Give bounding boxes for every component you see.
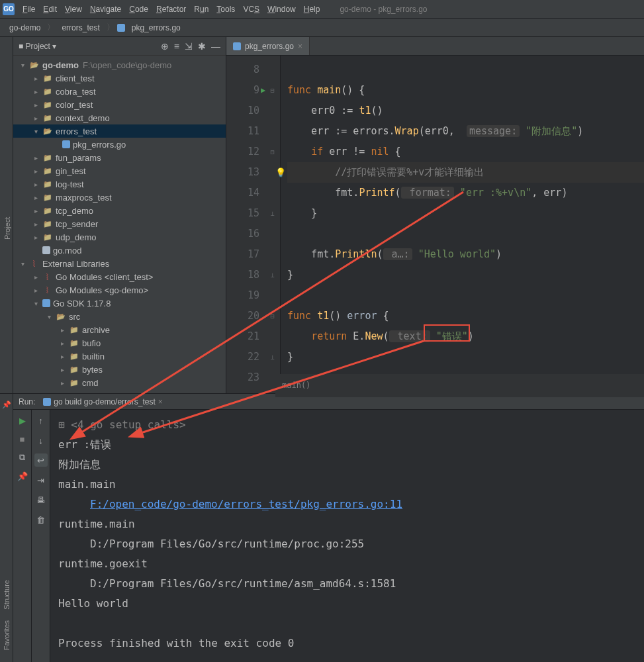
tree-sdk-folder[interactable]: ▸archive [13,323,226,336]
settings-icon[interactable]: ✱ [198,41,206,52]
close-tab-icon[interactable]: × [298,42,302,51]
scroll-icon[interactable]: ⇥ [34,473,48,487]
tree-folder[interactable]: ▸tcp_sender [13,217,226,230]
run-label: Run: [19,397,35,406]
crumb-folder[interactable]: errors_test [58,22,103,34]
structure-tool-button[interactable]: Structure [1,575,12,615]
expand-icon[interactable]: ≡ [174,41,179,52]
print-icon[interactable]: 🖶 [34,493,48,506]
console-line: Hello world [58,594,636,614]
project-title[interactable]: ■ Project ▾ [19,42,56,51]
code-editor[interactable]: 8 9▶ 101112 131415 161718 192021 2223 ⊟ … [226,56,644,393]
tree-folder[interactable]: ▸client_test [13,71,226,85]
menu-tools[interactable]: Tools [216,5,235,14]
console-line: D:/Program Files/Go/src/runtime/proc.go:… [58,534,636,554]
tree-ext-lib[interactable]: ▸Go Modules <go-demo> [13,283,226,297]
hide-icon[interactable]: — [211,41,220,52]
menu-vcs[interactable]: VCS [243,5,259,14]
tree-folder[interactable]: ▸udp_demo [13,230,226,244]
menu-edit[interactable]: Edit [43,5,57,14]
tree-folder-errors[interactable]: ▾errors_test [13,124,226,138]
favorites-tool-button[interactable]: Favorites [1,615,12,655]
breadcrumb: go-demo 〉 errors_test 〉 pkg_errors.go [0,19,644,37]
menu-run[interactable]: Run [194,5,208,14]
code-content[interactable]: func main() { err0 := t1() err := errors… [281,56,644,393]
tree-folder[interactable]: ▸tcp_demo [13,204,226,217]
console-line: main.main [58,475,636,495]
crumb-file[interactable]: pkg_errors.go [128,22,185,34]
tree-ext-lib[interactable]: ▸Go Modules <client_test> [13,270,226,283]
menu-file[interactable]: File [23,5,35,14]
tree-go-sdk[interactable]: ▾Go SDK 1.17.8 [13,297,226,310]
console-line: runtime.goexit [58,554,636,574]
left-stripe: Project [0,37,13,393]
tree-root[interactable]: ▾ go-demo F:\open_code\go-demo [13,58,226,71]
project-panel-header: ■ Project ▾ ⊕ ≡ ⇲ ✱ — [13,37,226,56]
menu-bar: File Edit View Navigate Code Refactor Ru… [23,5,320,14]
console-exit: Process finished with the exit code 0 [58,634,636,653]
intention-bulb-icon[interactable]: 💡 [275,162,286,183]
project-panel: ■ Project ▾ ⊕ ≡ ⇲ ✱ — ▾ go-demo F:\open_… [13,37,226,393]
left-stripe-bottom: 📌 Structure Favorites [0,394,13,662]
fold-gutter: ⊟ ⊟⊥ ⊥ ⊟⊥ [265,56,281,393]
console-output[interactable]: ⊞ <4 go setup calls> err :错误 附加信息 main.m… [50,410,644,662]
stop-icon[interactable]: ■ [16,432,29,446]
editor-tab-pkg-errors[interactable]: pkg_errors.go × [226,37,310,55]
console-link[interactable]: F:/open_code/go-demo/errors_test/pkg_err… [90,498,402,510]
run-gutter-icon[interactable]: ▶ [261,80,265,101]
menu-view[interactable]: View [65,5,82,14]
tree-sdk-folder[interactable]: ▸builtin [13,350,226,363]
menu-window[interactable]: Window [267,5,296,14]
app-logo-icon: GO [3,3,15,15]
tree-folder[interactable]: ▸gin_test [13,164,226,177]
project-tree[interactable]: ▾ go-demo F:\open_code\go-demo ▸client_t… [13,56,226,393]
tree-folder[interactable]: ▸log-test [13,177,226,191]
tree-sdk-folder[interactable]: ▸cmd [13,376,226,389]
console-line: D:/Program Files/Go/src/runtime/asm_amd6… [58,574,636,594]
menu-navigate[interactable]: Navigate [90,5,121,14]
go-file-icon [233,42,241,50]
console-fold[interactable]: ⊞ [58,418,71,431]
collapse-icon[interactable]: ⇲ [185,41,193,52]
project-tool-button[interactable]: Project [2,64,13,393]
tree-folder[interactable]: ▸fun_params [13,151,226,164]
tree-ext-libs[interactable]: ▾External Libraries [13,257,226,270]
editor-breadcrumb[interactable]: main() [275,374,644,397]
tree-folder[interactable]: ▸color_test [13,98,226,111]
softwrap-icon[interactable]: ↩ [34,453,48,467]
tree-folder[interactable]: ▸maxprocs_test [13,191,226,204]
go-file-icon [43,398,51,406]
editor-area: pkg_errors.go × 8 9▶ 101112 131415 16171… [226,37,644,393]
menu-help[interactable]: Help [304,5,320,14]
tree-folder[interactable]: ▸cobra_test [13,85,226,98]
up-icon[interactable]: ↑ [34,414,48,427]
run-panel: 📌 Structure Favorites Run: go build go-d… [0,393,644,662]
menu-refactor[interactable]: Refactor [156,5,186,14]
tree-sdk-folder[interactable]: ▸bytes [13,363,226,376]
editor-tabs: pkg_errors.go × [226,37,644,56]
locate-icon[interactable]: ⊕ [161,41,169,52]
run-toolbar-primary: ▶ ■ ⧉ 📌 [13,410,32,662]
rerun-icon[interactable]: ▶ [16,414,29,427]
down-icon[interactable]: ↓ [34,434,48,447]
console-line: runtime.main [58,514,636,534]
tree-gomod[interactable]: go.mod [13,244,226,257]
tree-sdk-src[interactable]: ▾src [13,310,226,323]
layout-icon[interactable]: ⧉ [16,451,29,464]
pin-run-icon[interactable]: 📌 [16,469,29,483]
title-bar: GO File Edit View Navigate Code Refactor… [0,0,644,19]
editor-tab-label: pkg_errors.go [245,42,294,51]
window-title: go-demo - pkg_errors.go [340,5,427,14]
menu-code[interactable]: Code [129,5,148,14]
go-file-icon [117,24,125,32]
crumb-project[interactable]: go-demo [5,22,44,34]
console-line: 附加信息 [58,455,636,475]
console-line: err :错误 [58,435,636,455]
pin-icon[interactable]: 📌 [2,401,11,409]
trash-icon[interactable]: 🗑 [34,513,48,526]
tree-sdk-folder[interactable]: ▸bufio [13,336,226,350]
run-config-tab[interactable]: go build go-demo/errors_test × [39,397,166,406]
tree-folder[interactable]: ▸context_demo [13,111,226,124]
line-numbers: 8 9▶ 101112 131415 161718 192021 2223 [226,56,265,393]
tree-file-pkg-errors[interactable]: pkg_errors.go [13,138,226,151]
